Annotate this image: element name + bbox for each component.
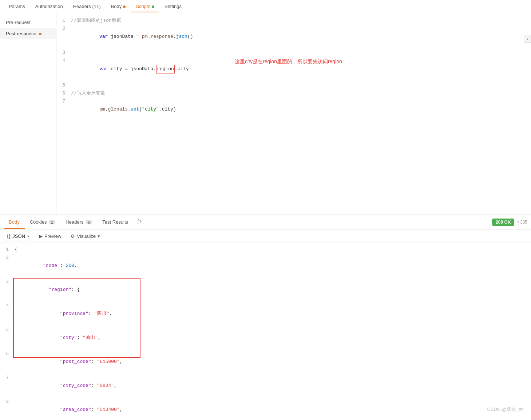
visualize-chevron-icon: ▾ xyxy=(98,233,100,239)
history-icon[interactable]: ⏱ xyxy=(133,219,145,225)
response-tab-headers[interactable]: Headers 6 xyxy=(60,216,97,228)
format-bar: {} JSON ▾ ▶ Preview ⚙ Visualize ▾ xyxy=(0,229,531,243)
sidebar-item-pre-request[interactable]: Pre-request xyxy=(0,17,56,28)
response-tabs-bar: Body Cookies 2 Headers 6 Test Results ⏱ … xyxy=(0,215,531,229)
tab-settings[interactable]: Settings xyxy=(159,1,187,12)
json-line-5: 5 "city": "凉山", xyxy=(0,326,531,350)
region-block: 3 "region": { 4 "province": "四川", 5 "cit… xyxy=(0,278,531,420)
region-highlight: region xyxy=(156,65,175,73)
preview-button[interactable]: ▶ Preview xyxy=(36,232,64,240)
tab-authorization[interactable]: Authorization xyxy=(30,1,68,12)
json-line-3: 3 "region": { xyxy=(0,278,531,302)
response-size: • 305 xyxy=(517,220,527,225)
cookies-badge: 2 xyxy=(49,220,55,224)
format-selector[interactable]: {} JSON ▾ xyxy=(4,232,32,240)
json-line-8: 8 "area_code": "513400", xyxy=(0,398,531,420)
json-line-2: 2 "code": 200, xyxy=(0,254,531,278)
code-line-3: 3 xyxy=(56,49,531,57)
code-line-2: 2 var jsonData = pm.response.json() xyxy=(56,25,531,49)
code-line-5: 5 xyxy=(56,81,531,89)
tab-body[interactable]: Body xyxy=(106,1,131,12)
code-line-1: 1 //获取响应的json数据 xyxy=(56,17,531,25)
tab-params[interactable]: Params xyxy=(4,1,30,12)
code-line-6: 6 //写入全局变量 xyxy=(56,89,531,97)
response-tab-cookies[interactable]: Cookies 2 xyxy=(25,216,61,228)
format-chevron-icon: ▾ xyxy=(27,234,29,238)
json-response-body: 1 { 2 "code": 200, 3 "region": { 4 "prov… xyxy=(0,243,531,420)
json-line-7: 7 "city_code": "0834", xyxy=(0,374,531,398)
visualize-button[interactable]: ⚙ Visualize ▾ xyxy=(68,232,103,240)
preview-play-icon: ▶ xyxy=(39,233,43,239)
code-editor[interactable]: 1 //获取响应的json数据 2 var jsonData = pm.resp… xyxy=(56,13,531,215)
json-line-6: 6 "post_code": "615000", xyxy=(0,350,531,374)
watermark: CSDN @落水_zh xyxy=(487,406,524,413)
region-annotation: 这里city是在region里面的，所以要先访问region xyxy=(235,59,342,65)
scripts-dot xyxy=(152,5,154,8)
json-line-4: 4 "province": "四川", xyxy=(0,302,531,326)
json-line-1: 1 { xyxy=(0,246,531,254)
status-badge: 200 OK xyxy=(492,219,514,226)
scroll-hint[interactable]: › xyxy=(524,35,531,43)
code-line-7: 7 pm.globals.set("city",city) xyxy=(56,97,531,121)
response-tab-test-results[interactable]: Test Results xyxy=(97,216,133,228)
response-tab-body[interactable]: Body xyxy=(4,216,25,228)
scripts-editor-section: Pre-request Post-response 1 //获取响应的json数… xyxy=(0,13,531,215)
post-response-dot xyxy=(39,33,41,35)
tab-headers[interactable]: Headers (11) xyxy=(68,1,106,12)
headers-badge: 6 xyxy=(86,220,92,224)
tab-scripts[interactable]: Scripts xyxy=(131,1,159,12)
body-dot xyxy=(123,5,126,8)
sidebar-item-post-response[interactable]: Post-response xyxy=(0,28,56,39)
visualize-icon: ⚙ xyxy=(71,233,75,239)
top-tabs-bar: Params Authorization Headers (11) Body S… xyxy=(0,0,531,13)
scripts-sidebar: Pre-request Post-response xyxy=(0,13,56,215)
code-editor-wrapper: 1 //获取响应的json数据 2 var jsonData = pm.resp… xyxy=(56,13,531,215)
